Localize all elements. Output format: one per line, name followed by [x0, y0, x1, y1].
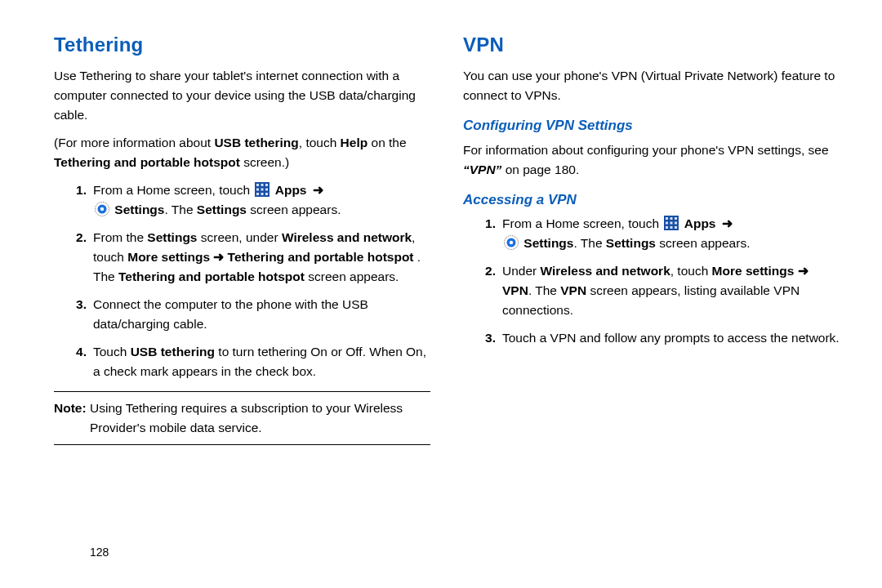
- tethering-intro: Use Tethering to share your tablet's int…: [54, 66, 430, 125]
- svg-rect-20: [666, 226, 668, 229]
- accessing-vpn-steps: 1. From a Home screen, touch Apps ➜ Sett…: [463, 214, 840, 348]
- svg-rect-17: [666, 221, 668, 224]
- svg-rect-5: [261, 189, 264, 191]
- tethering-step-2: 2. From the Settings screen, under Wirel…: [54, 228, 430, 287]
- tethering-heading: Tethering: [54, 29, 430, 60]
- svg-rect-7: [256, 193, 259, 195]
- vpn-step-3: 3. Touch a VPN and follow any prompts to…: [463, 328, 840, 348]
- tethering-step-4: 4. Touch USB tethering to turn tethering…: [54, 342, 430, 381]
- vpn-step-1: 1. From a Home screen, touch Apps ➜ Sett…: [463, 214, 840, 253]
- svg-rect-21: [670, 226, 673, 229]
- tethering-steps: 1. From a Home screen, touch Apps ➜ Sett…: [54, 180, 430, 381]
- accessing-vpn-heading: Accessing a VPN: [463, 189, 840, 211]
- vpn-intro: You can use your phone's VPN (Virtual Pr…: [463, 66, 840, 105]
- svg-rect-18: [670, 221, 673, 224]
- vpn-step-2: 2. Under Wireless and network, touch Mor…: [463, 261, 840, 320]
- svg-point-12: [100, 207, 104, 211]
- svg-rect-19: [675, 221, 677, 224]
- svg-rect-14: [666, 217, 668, 220]
- right-column: VPN You can use your phone's VPN (Virtua…: [463, 29, 840, 572]
- apps-icon: [255, 182, 270, 197]
- svg-rect-22: [675, 226, 677, 229]
- svg-rect-3: [265, 184, 268, 186]
- svg-rect-1: [256, 184, 259, 186]
- left-column: Tethering Use Tethering to share your ta…: [54, 29, 430, 572]
- configuring-vpn-text: For information about configuring your p…: [463, 140, 840, 180]
- apps-icon: [664, 216, 679, 230]
- svg-rect-4: [256, 189, 259, 191]
- svg-rect-2: [261, 184, 264, 186]
- page-number: 128: [90, 546, 109, 559]
- tethering-note: Note: Using Tethering requires a subscri…: [54, 391, 430, 445]
- svg-rect-6: [265, 189, 268, 191]
- svg-point-25: [510, 241, 513, 244]
- svg-rect-15: [670, 217, 673, 220]
- note-text: Using Tethering requires a subscription …: [90, 399, 430, 438]
- tethering-step-3: 3. Connect the computer to the phone wit…: [54, 295, 430, 334]
- svg-rect-9: [265, 193, 268, 195]
- svg-rect-8: [261, 193, 264, 195]
- tethering-step-1: 1. From a Home screen, touch Apps ➜ Sett…: [54, 180, 430, 220]
- configuring-vpn-heading: Configuring VPN Settings: [463, 115, 840, 136]
- tethering-more-info: (For more information about USB tetherin…: [54, 133, 430, 172]
- vpn-heading: VPN: [463, 29, 840, 60]
- svg-rect-16: [675, 217, 677, 220]
- note-label: Note:: [54, 399, 90, 438]
- settings-icon: [504, 235, 519, 250]
- settings-icon: [95, 202, 109, 216]
